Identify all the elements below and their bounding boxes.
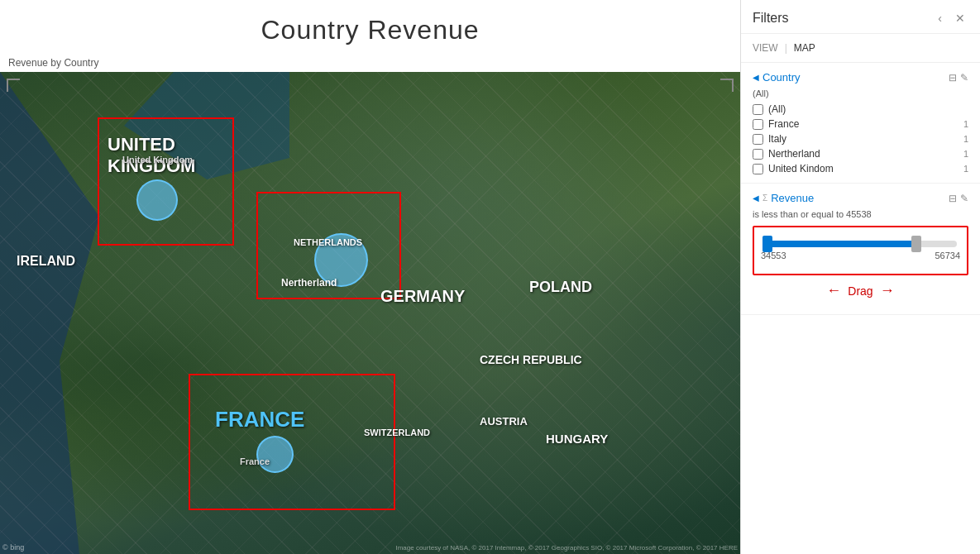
france-count: 1 <box>963 119 968 129</box>
page-title-bar: Country Revenue <box>0 0 740 54</box>
country-filter-expand-icon: ◀ <box>753 73 759 82</box>
uk-bubble <box>136 179 178 221</box>
map-viewport[interactable]: UNITEDKINGDOM United Kingdom IRELAND NET… <box>0 72 740 554</box>
drag-right-arrow: → <box>880 282 895 299</box>
list-item: Nertherland 1 <box>753 148 968 160</box>
revenue-filter-icons: ⊟ ✎ <box>949 193 968 204</box>
nertherland-count: 1 <box>963 149 968 159</box>
country-filter-title: Country <box>762 71 801 84</box>
map-copyright: Image courtesy of NASA, © 2017 Intemmap,… <box>395 544 738 552</box>
page-title: Country Revenue <box>0 15 740 45</box>
drag-left-arrow: ← <box>826 282 841 299</box>
checkbox-italy-label: Italy <box>768 133 786 145</box>
filters-header-actions: ‹ ✕ <box>935 10 968 26</box>
tab-separator: | <box>785 42 787 54</box>
country-filter-title-container: ◀ Country <box>753 71 801 84</box>
revenue-sigma-icon: Σ <box>762 193 767 203</box>
range-slider-highlight-box: 34553 56734 <box>753 226 968 275</box>
checkbox-nertherland-label: Nertherland <box>768 148 820 160</box>
tab-map[interactable]: MAP <box>794 41 815 55</box>
country-condition-label: (All) <box>753 88 968 98</box>
range-handle-right[interactable] <box>911 236 921 252</box>
list-item: (All) <box>753 103 968 115</box>
checkbox-france-label: France <box>768 118 799 130</box>
tab-view[interactable]: VIEW <box>753 41 778 55</box>
revenue-filter-header: ◀ Σ Revenue ⊟ ✎ <box>753 192 968 204</box>
range-track <box>764 241 957 247</box>
country-checkbox-list: (All) France 1 Italy 1 Nertherland 1 <box>753 103 968 174</box>
france-highlight-box <box>189 374 395 510</box>
revenue-filter-search-icon[interactable]: ⊟ <box>949 193 957 204</box>
range-handle-left[interactable] <box>762 236 772 252</box>
filters-title: Filters <box>753 11 789 26</box>
bing-watermark: © bing <box>2 543 24 552</box>
country-filter-edit-icon[interactable]: ✎ <box>960 72 968 84</box>
list-item: Italy 1 <box>753 133 968 145</box>
country-filter-icons: ⊟ ✎ <box>949 72 968 84</box>
range-slider-container[interactable]: 34553 56734 <box>761 241 960 260</box>
checkbox-all-label: (All) <box>768 103 786 115</box>
revenue-filter-title: Revenue <box>771 192 814 204</box>
map-subtitle-label: Revenue by Country <box>0 54 740 72</box>
revenue-filter-edit-icon[interactable]: ✎ <box>960 193 968 204</box>
checkbox-france[interactable] <box>753 119 763 130</box>
country-filter-section: ◀ Country ⊟ ✎ (All) (All) France 1 <box>741 63 980 184</box>
italy-count: 1 <box>963 134 968 144</box>
range-labels: 34553 56734 <box>761 251 960 260</box>
corner-top-left <box>7 79 20 92</box>
united-kindom-count: 1 <box>963 164 968 174</box>
revenue-filter-expand-icon: ◀ <box>753 193 759 203</box>
drag-label: Drag <box>848 284 872 298</box>
revenue-filter-section: ◀ Σ Revenue ⊟ ✎ is less than or equal to… <box>741 184 980 315</box>
france-bubble <box>256 436 294 473</box>
country-filter-header: ◀ Country ⊟ ✎ <box>753 71 968 84</box>
main-container: Country Revenue Revenue by Country UNITE… <box>0 0 980 554</box>
filters-close-button[interactable]: ✕ <box>952 10 968 26</box>
corner-top-right <box>720 79 734 92</box>
filters-header: Filters ‹ ✕ <box>741 0 980 34</box>
range-max-label: 56734 <box>935 251 960 260</box>
revenue-condition-text: is less than or equal to 45538 <box>753 209 968 219</box>
checkbox-italy[interactable] <box>753 134 763 145</box>
list-item: United Kindom 1 <box>753 163 968 174</box>
checkbox-nertherland[interactable] <box>753 149 763 160</box>
map-area: Country Revenue Revenue by Country UNITE… <box>0 0 740 554</box>
checkbox-united-kindom[interactable] <box>753 164 763 174</box>
filters-collapse-button[interactable]: ‹ <box>935 10 945 26</box>
drag-hint: ← Drag → <box>753 275 968 306</box>
view-map-tabs: VIEW | MAP <box>741 34 980 63</box>
country-filter-search-icon[interactable]: ⊟ <box>949 72 957 84</box>
filters-panel: Filters ‹ ✕ VIEW | MAP ◀ Country ⊟ ✎ <box>740 0 980 554</box>
range-fill <box>764 241 915 247</box>
checkbox-united-kindom-label: United Kindom <box>768 163 834 174</box>
list-item: France 1 <box>753 118 968 130</box>
netherlands-bubble <box>314 233 368 287</box>
revenue-filter-title-container: ◀ Σ Revenue <box>753 192 814 204</box>
checkbox-all[interactable] <box>753 104 763 115</box>
